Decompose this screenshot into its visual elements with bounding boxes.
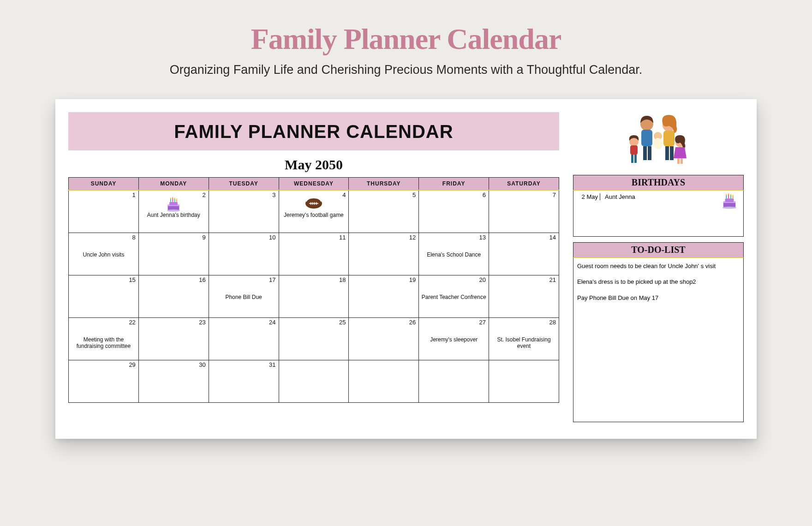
day-number: 18: [339, 276, 346, 283]
svg-rect-2: [169, 202, 178, 205]
day-number: 21: [549, 276, 556, 283]
day-header: TUESDAY: [209, 178, 279, 191]
calendar-cell: [279, 360, 349, 402]
calendar-cell: 19: [349, 275, 419, 317]
svg-rect-9: [176, 199, 177, 202]
svg-rect-24: [630, 145, 638, 155]
day-number: 20: [479, 276, 486, 283]
todo-item: Elena's dress is to be picked up at the …: [577, 278, 740, 286]
todo-item: Guest room needs to be clean for Uncle J…: [577, 263, 740, 270]
calendar-cell: 30: [138, 360, 209, 402]
day-number: 5: [412, 191, 416, 198]
svg-rect-28: [677, 158, 680, 164]
day-number: 22: [129, 319, 135, 326]
svg-point-41: [722, 207, 736, 209]
svg-rect-20: [670, 146, 674, 160]
calendar-cell: 28St. Isobel Fundraising event: [489, 317, 559, 360]
calendar-event: St. Isobel Fundraising event: [491, 336, 557, 350]
day-header: MONDAY: [138, 178, 209, 191]
svg-point-10: [176, 198, 178, 200]
calendar-cell: 27Jeremy's sleepover: [419, 317, 489, 360]
day-number: 31: [269, 361, 275, 368]
day-number: 25: [339, 319, 346, 326]
calendar-banner: FAMILY PLANNER CALENDAR: [68, 112, 559, 150]
cake-icon: [720, 193, 739, 210]
svg-point-22: [653, 138, 663, 149]
calendar-event: Aunt Jenna's birthday: [141, 212, 207, 218]
birthdays-header: BIRTHDAYS: [573, 175, 744, 191]
calendar-cell: 12: [349, 233, 419, 275]
day-number: 4: [342, 191, 346, 198]
day-number: 2: [202, 191, 205, 198]
calendar-cell: 17Phone Bill Due: [209, 275, 279, 317]
calendar-cell: 7: [489, 190, 559, 233]
svg-rect-33: [726, 195, 727, 199]
svg-rect-14: [641, 130, 652, 146]
calendar-cell: [349, 360, 419, 402]
day-number: 6: [483, 191, 486, 198]
day-number: 12: [409, 234, 416, 241]
calendar-event: Meeting with the fundraising committee: [71, 336, 137, 350]
calendar-cell: 18: [279, 275, 349, 317]
month-label: May 2050: [68, 157, 559, 173]
calendar-cell: 9: [138, 233, 209, 275]
family-illustration: [573, 112, 744, 172]
day-number: 1: [132, 191, 136, 198]
day-number: 29: [129, 361, 135, 368]
day-number: 30: [199, 361, 205, 368]
svg-point-8: [174, 197, 176, 199]
svg-rect-3: [170, 199, 171, 202]
calendar-cell: 2Aunt Jenna's birthday: [138, 190, 209, 233]
calendar-container: FAMILY PLANNER CALENDAR May 2050 SUNDAYM…: [68, 112, 559, 422]
day-header: WEDNESDAY: [279, 178, 349, 191]
calendar-cell: [489, 360, 559, 402]
day-number: 14: [549, 234, 556, 241]
calendar-cell: 4Jeremey's football game: [279, 190, 349, 233]
calendar-cell: 11: [279, 233, 349, 275]
calendar-cell: 1: [69, 190, 139, 233]
svg-point-11: [167, 209, 180, 211]
day-number: 19: [409, 276, 416, 283]
day-number: 13: [479, 234, 486, 241]
svg-point-38: [730, 194, 731, 195]
svg-rect-29: [681, 158, 683, 164]
sidebar: BIRTHDAYS 2 May Aunt Jenna TO-DO-LIST Gu…: [573, 112, 744, 422]
calendar-cell: 6: [419, 190, 489, 233]
page-subtitle: Organizing Family Life and Cherishing Pr…: [0, 63, 812, 77]
birthday-row: 2 May Aunt Jenna: [577, 193, 740, 200]
day-number: 26: [409, 319, 416, 326]
calendar-cell: 5: [349, 190, 419, 233]
day-number: 27: [479, 319, 486, 326]
calendar-grid: SUNDAYMONDAYTUESDAYWEDNESDAYTHURSDAYFRID…: [68, 177, 559, 403]
birthdays-box: 2 May Aunt Jenna: [573, 191, 744, 237]
todo-box: Guest room needs to be clean for Uncle J…: [573, 258, 744, 422]
calendar-event: Elena's School Dance: [421, 251, 487, 258]
svg-rect-16: [648, 146, 651, 160]
todo-item: Pay Phone Bill Due on May 17: [577, 294, 740, 302]
svg-rect-32: [725, 198, 734, 202]
calendar-cell: 25: [279, 317, 349, 360]
calendar-cell: 22Meeting with the fundraising committee: [69, 317, 139, 360]
football-icon: [281, 197, 347, 211]
calendar-cell: 15: [69, 275, 139, 317]
day-number: 7: [553, 191, 556, 198]
calendar-event: Phone Bill Due: [211, 294, 277, 300]
calendar-cell: 16: [138, 275, 209, 317]
calendar-event: Jeremy's sleepover: [421, 336, 487, 343]
svg-rect-18: [663, 131, 675, 146]
calendar-cell: 29: [69, 360, 139, 402]
planner-card: FAMILY PLANNER CALENDAR May 2050 SUNDAYM…: [55, 99, 757, 439]
svg-rect-37: [730, 195, 731, 199]
day-number: 23: [199, 319, 205, 326]
day-number: 24: [269, 319, 275, 326]
calendar-cell: 20Parent Teacher Confrence: [419, 275, 489, 317]
calendar-cell: 8Uncle John visits: [69, 233, 139, 275]
svg-rect-19: [665, 146, 669, 160]
calendar-cell: 21: [489, 275, 559, 317]
calendar-cell: 24: [209, 317, 279, 360]
svg-point-34: [726, 194, 727, 195]
day-number: 3: [272, 191, 275, 198]
day-header: SUNDAY: [69, 178, 139, 191]
todo-header: TO-DO-LIST: [573, 242, 744, 258]
day-number: 15: [129, 276, 135, 283]
